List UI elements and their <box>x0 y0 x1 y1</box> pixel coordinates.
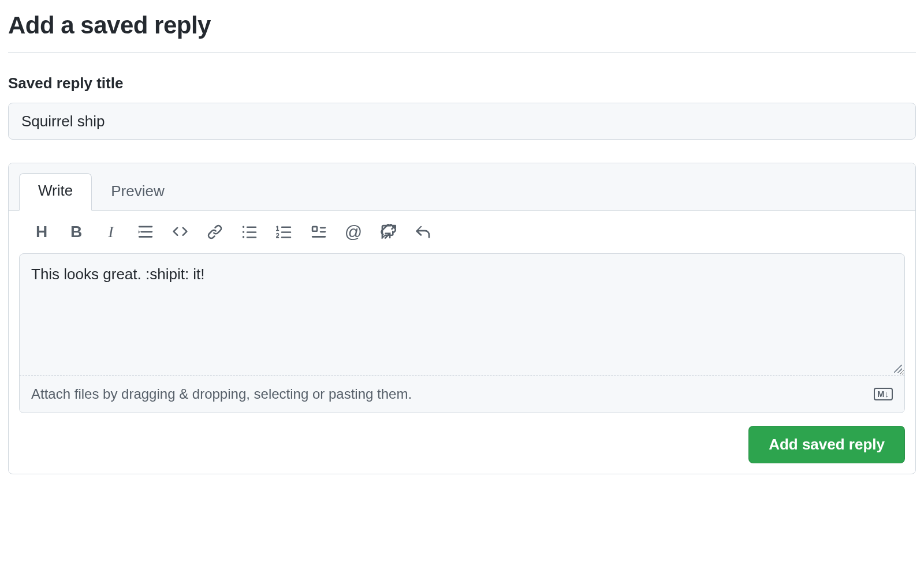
mention-icon[interactable]: @ <box>345 223 362 241</box>
ordered-list-icon[interactable] <box>275 223 293 241</box>
task-list-icon[interactable] <box>310 223 327 241</box>
heading-icon[interactable]: H <box>33 223 50 241</box>
page-title: Add a saved reply <box>8 12 916 39</box>
body-input-wrap: Attach files by dragging & dropping, sel… <box>19 253 905 413</box>
reply-icon[interactable] <box>414 223 431 241</box>
unordered-list-icon[interactable] <box>241 223 258 241</box>
tab-write[interactable]: Write <box>19 173 92 211</box>
cross-reference-icon[interactable] <box>379 223 397 241</box>
code-icon[interactable] <box>172 223 189 241</box>
title-label: Saved reply title <box>8 74 916 92</box>
tab-preview[interactable]: Preview <box>92 174 183 211</box>
editor-tabs: Write Preview <box>9 163 915 211</box>
formatting-toolbar: H B I @ <box>9 211 915 253</box>
body-textarea[interactable] <box>20 254 904 375</box>
divider <box>8 52 916 53</box>
link-icon[interactable] <box>206 223 223 241</box>
attach-hint-text: Attach files by dragging & dropping, sel… <box>31 386 412 402</box>
markdown-icon[interactable]: M↓ <box>874 388 893 400</box>
bold-icon[interactable]: B <box>68 223 85 241</box>
italic-icon[interactable]: I <box>102 223 120 241</box>
form-actions: Add saved reply <box>9 413 915 463</box>
title-input[interactable] <box>8 103 916 140</box>
quote-icon[interactable] <box>137 223 154 241</box>
editor-container: Write Preview H B I @ <box>8 163 916 474</box>
add-saved-reply-button[interactable]: Add saved reply <box>748 426 905 463</box>
attach-files-hint[interactable]: Attach files by dragging & dropping, sel… <box>20 375 904 413</box>
